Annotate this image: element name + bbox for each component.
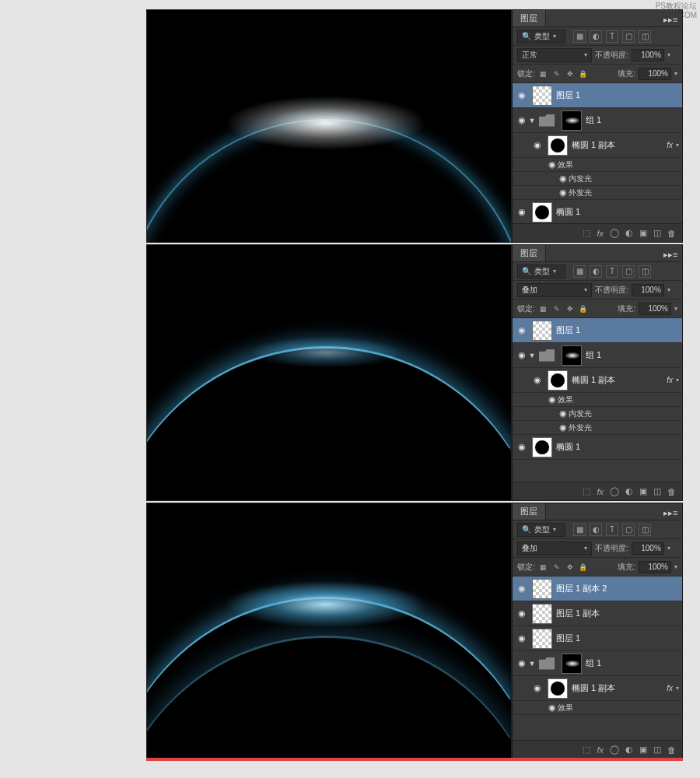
link-layers-icon[interactable]: ⬚ [583,228,590,238]
visibility-icon[interactable]: ◉ [547,703,558,713]
mask-thumb[interactable] [562,345,582,366]
chevron-down-icon[interactable]: ▾ [667,545,670,552]
layer-row[interactable]: ◉ 椭圆 1 [513,435,682,460]
fx-item[interactable]: ◉ 内发光 [513,172,682,186]
lock-all-icon[interactable]: 🔒 [578,68,589,79]
delete-icon[interactable]: 🗑 [667,229,676,238]
chevron-down-icon[interactable]: ▾ [674,563,677,570]
filter-pixel-icon[interactable]: ▦ [573,30,586,43]
visibility-icon[interactable]: ◉ [558,187,569,198]
visibility-icon[interactable]: ◉ [531,683,544,693]
layer-row[interactable]: ◉ 图层 1 [513,318,682,343]
visibility-icon[interactable]: ◉ [531,375,544,385]
layer-name[interactable]: 组 1 [586,349,679,361]
panel-menu-icon[interactable]: ≡ [673,508,680,515]
layer-row[interactable]: ◉ 图层 1 [513,83,682,108]
panel-tab-layers[interactable]: 图层 [513,10,546,26]
layer-group[interactable]: ◉ ▼ 组 1 [513,108,682,133]
panel-tab-layers[interactable]: 图层 [513,503,546,520]
fill-input[interactable]: 100% [639,561,671,573]
layer-name[interactable]: 图层 1 [556,633,679,644]
chevron-down-icon[interactable]: ▾ [674,305,677,312]
layer-thumb[interactable] [532,202,552,223]
lock-all-icon[interactable]: 🔒 [578,562,589,573]
layer-name[interactable]: 图层 1 [556,89,679,101]
chevron-down-icon[interactable]: ▾ [676,142,679,149]
blend-mode-dropdown[interactable]: 叠加 ▾ [517,283,592,297]
filter-kind-dropdown[interactable]: 🔍 类型 ▾ [517,523,565,537]
adjustment-icon[interactable]: ◐ [625,745,633,755]
fx-header[interactable]: ◉ 效果 [513,158,682,172]
visibility-icon[interactable]: ◉ [516,442,528,452]
fx-item[interactable]: ◉ 内发光 [513,407,682,421]
filter-kind-dropdown[interactable]: 🔍 类型 ▾ [517,265,565,279]
filter-pixel-icon[interactable]: ▦ [573,265,586,278]
lock-all-icon[interactable]: 🔒 [578,303,589,314]
filter-adjust-icon[interactable]: ◐ [590,30,602,43]
new-layer-icon[interactable]: ◫ [653,486,661,496]
visibility-icon[interactable]: ◉ [547,159,558,170]
chevron-down-icon[interactable]: ▾ [667,286,670,293]
layer-thumb[interactable] [532,321,552,341]
fx-badge[interactable]: fx [667,141,673,149]
filter-type-icon[interactable]: T [606,265,618,278]
visibility-icon[interactable]: ◉ [516,633,528,643]
visibility-icon[interactable]: ◉ [516,584,528,594]
visibility-icon[interactable]: ◉ [558,422,569,433]
mask-icon[interactable]: ◯ [610,745,619,755]
adjustment-icon[interactable]: ◐ [625,486,633,496]
filter-shape-icon[interactable]: ▢ [622,524,635,536]
filter-type-icon[interactable]: T [606,30,618,43]
lock-trans-icon[interactable]: ▦ [538,562,549,573]
visibility-icon[interactable]: ◉ [516,658,528,668]
layer-thumb[interactable] [532,579,552,599]
filter-shape-icon[interactable]: ▢ [622,30,635,43]
layer-thumb[interactable] [548,135,568,156]
lock-pixels-icon[interactable]: ✎ [551,303,562,314]
filter-type-icon[interactable]: T [606,524,618,536]
layer-row[interactable]: ◉ 图层 1 副本 [513,601,682,626]
fx-icon[interactable]: fx [597,487,604,496]
panel-menu-icon[interactable]: ≡ [673,15,680,22]
visibility-icon[interactable]: ◉ [516,90,528,100]
visibility-icon[interactable]: ◉ [531,140,544,150]
lock-trans-icon[interactable]: ▦ [538,303,549,314]
opacity-input[interactable]: 100% [632,49,664,61]
visibility-icon[interactable]: ◉ [558,173,569,184]
fx-header[interactable]: ◉ 效果 [513,701,682,715]
layer-name[interactable]: 椭圆 1 副本 [572,139,667,151]
opacity-input[interactable]: 100% [632,542,664,555]
layer-row[interactable]: ◉ 椭圆 1 副本 fx▾ [513,133,682,158]
visibility-icon[interactable]: ◉ [547,394,558,405]
delete-icon[interactable]: 🗑 [667,745,676,755]
filter-adjust-icon[interactable]: ◐ [590,524,602,536]
expand-arrow-icon[interactable]: ▼ [528,660,536,668]
chevron-down-icon[interactable]: ▾ [674,70,677,77]
layer-thumb[interactable] [548,678,568,699]
fx-item[interactable]: ◉ 外发光 [513,421,682,435]
adjustment-icon[interactable]: ◐ [625,228,633,238]
visibility-icon[interactable]: ◉ [516,325,528,335]
layer-group[interactable]: ◉ ▼ 组 1 [513,651,682,676]
filter-smart-icon[interactable]: ◫ [639,265,651,278]
mask-icon[interactable]: ◯ [610,486,619,496]
filter-smart-icon[interactable]: ◫ [639,30,651,43]
blend-mode-dropdown[interactable]: 叠加 ▾ [517,541,592,555]
lock-position-icon[interactable]: ✥ [565,68,576,79]
panel-collapse-icon[interactable]: ▸▸ [663,15,670,22]
group-icon[interactable]: ▣ [639,228,647,238]
layer-thumb[interactable] [532,86,552,106]
link-layers-icon[interactable]: ⬚ [583,745,590,755]
layer-name[interactable]: 椭圆 1 [556,206,679,218]
panel-tab-layers[interactable]: 图层 [513,245,546,261]
fx-badge[interactable]: fx [667,376,673,384]
chevron-down-icon[interactable]: ▾ [676,685,679,692]
visibility-icon[interactable]: ◉ [516,207,528,217]
layer-group[interactable]: ◉ ▼ 组 1 [513,343,682,368]
filter-adjust-icon[interactable]: ◐ [590,265,602,278]
panel-collapse-icon[interactable]: ▸▸ [663,508,670,515]
visibility-icon[interactable]: ◉ [516,350,528,360]
fx-icon[interactable]: fx [597,745,604,755]
blend-mode-dropdown[interactable]: 正常 ▾ [517,48,592,62]
filter-pixel-icon[interactable]: ▦ [573,524,586,536]
